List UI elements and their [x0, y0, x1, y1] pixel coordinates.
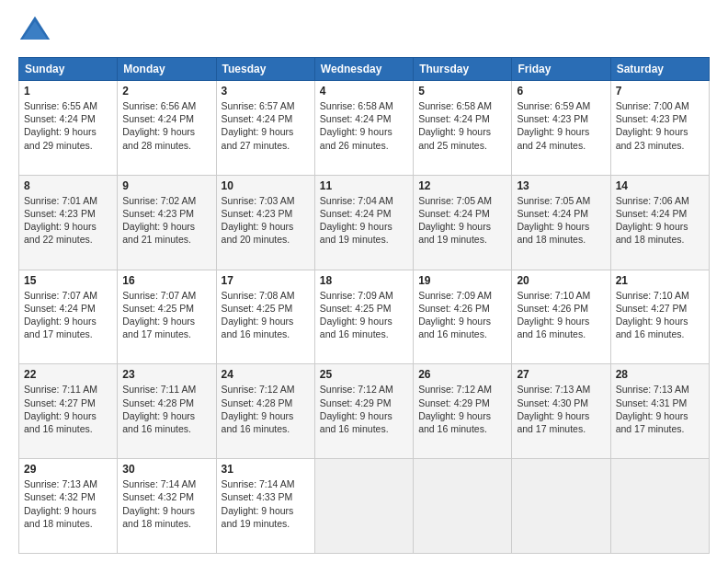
day-number: 3 [222, 85, 310, 98]
day-info: Sunrise: 6:59 AMSunset: 4:23 PMDaylight:… [517, 99, 605, 152]
calendar-week-row: 22 Sunrise: 7:11 AMSunset: 4:27 PMDaylig… [19, 364, 710, 459]
day-number: 4 [320, 85, 408, 98]
day-info: Sunrise: 7:08 AMSunset: 4:25 PMDaylight:… [222, 289, 310, 341]
day-info: Sunrise: 7:13 AMSunset: 4:32 PMDaylight:… [24, 477, 112, 530]
day-info: Sunrise: 6:58 AMSunset: 4:24 PMDaylight:… [418, 99, 506, 152]
day-info: Sunrise: 7:10 AMSunset: 4:27 PMDaylight:… [616, 289, 704, 341]
logo-icon [18, 15, 51, 48]
calendar-day-cell: 28 Sunrise: 7:13 AMSunset: 4:31 PMDaylig… [610, 364, 709, 459]
calendar-day-header: Monday [118, 58, 216, 81]
day-info: Sunrise: 7:04 AMSunset: 4:24 PMDaylight:… [320, 194, 408, 247]
day-number: 20 [517, 274, 605, 287]
day-info: Sunrise: 7:02 AMSunset: 4:23 PMDaylight:… [122, 194, 210, 247]
day-info: Sunrise: 7:12 AMSunset: 4:29 PMDaylight:… [320, 383, 408, 435]
day-number: 25 [320, 368, 408, 381]
calendar-day-cell: 16 Sunrise: 7:07 AMSunset: 4:25 PMDaylig… [118, 270, 216, 364]
day-number: 27 [517, 368, 605, 381]
day-info: Sunrise: 7:05 AMSunset: 4:24 PMDaylight:… [418, 194, 506, 247]
calendar-day-cell [314, 459, 413, 554]
calendar-day-cell: 11 Sunrise: 7:04 AMSunset: 4:24 PMDaylig… [314, 175, 413, 270]
day-info: Sunrise: 7:13 AMSunset: 4:30 PMDaylight:… [517, 383, 605, 435]
calendar-day-cell: 29 Sunrise: 7:13 AMSunset: 4:32 PMDaylig… [19, 459, 118, 554]
calendar-day-cell: 14 Sunrise: 7:06 AMSunset: 4:24 PMDaylig… [610, 175, 709, 270]
day-info: Sunrise: 7:12 AMSunset: 4:28 PMDaylight:… [222, 383, 310, 435]
day-info: Sunrise: 7:10 AMSunset: 4:26 PMDaylight:… [517, 289, 605, 341]
day-info: Sunrise: 7:06 AMSunset: 4:24 PMDaylight:… [616, 194, 704, 247]
calendar-week-row: 8 Sunrise: 7:01 AMSunset: 4:23 PMDayligh… [19, 175, 710, 270]
calendar-day-cell: 5 Sunrise: 6:58 AMSunset: 4:24 PMDayligh… [414, 81, 512, 176]
page: SundayMondayTuesdayWednesdayThursdayFrid… [0, 0, 728, 563]
calendar-day-cell: 9 Sunrise: 7:02 AMSunset: 4:23 PMDayligh… [118, 175, 216, 270]
calendar-day-cell: 25 Sunrise: 7:12 AMSunset: 4:29 PMDaylig… [314, 364, 413, 459]
calendar-day-cell: 2 Sunrise: 6:56 AMSunset: 4:24 PMDayligh… [118, 81, 216, 176]
day-number: 28 [616, 368, 704, 381]
day-number: 11 [320, 179, 408, 192]
day-info: Sunrise: 7:13 AMSunset: 4:31 PMDaylight:… [616, 383, 704, 435]
day-number: 13 [517, 179, 605, 192]
calendar-day-cell: 26 Sunrise: 7:12 AMSunset: 4:29 PMDaylig… [414, 364, 512, 459]
calendar-day-cell: 18 Sunrise: 7:09 AMSunset: 4:25 PMDaylig… [314, 270, 413, 364]
calendar-day-cell: 22 Sunrise: 7:11 AMSunset: 4:27 PMDaylig… [19, 364, 118, 459]
day-number: 16 [122, 274, 210, 287]
day-number: 22 [24, 368, 112, 381]
calendar-day-cell: 19 Sunrise: 7:09 AMSunset: 4:26 PMDaylig… [414, 270, 512, 364]
day-info: Sunrise: 6:55 AMSunset: 4:24 PMDaylight:… [24, 99, 112, 152]
calendar-day-cell [512, 459, 610, 554]
day-info: Sunrise: 7:09 AMSunset: 4:26 PMDaylight:… [418, 289, 506, 341]
day-number: 10 [222, 179, 310, 192]
calendar-week-row: 1 Sunrise: 6:55 AMSunset: 4:24 PMDayligh… [19, 81, 710, 176]
day-info: Sunrise: 7:03 AMSunset: 4:23 PMDaylight:… [222, 194, 310, 247]
day-number: 7 [616, 85, 704, 98]
calendar-day-cell: 21 Sunrise: 7:10 AMSunset: 4:27 PMDaylig… [610, 270, 709, 364]
day-info: Sunrise: 6:58 AMSunset: 4:24 PMDaylight:… [320, 99, 408, 152]
day-info: Sunrise: 7:00 AMSunset: 4:23 PMDaylight:… [616, 99, 704, 152]
calendar-header-row: SundayMondayTuesdayWednesdayThursdayFrid… [19, 58, 710, 81]
day-number: 12 [418, 179, 506, 192]
calendar-day-cell [610, 459, 709, 554]
day-number: 18 [320, 274, 408, 287]
day-number: 6 [517, 85, 605, 98]
calendar-day-cell: 15 Sunrise: 7:07 AMSunset: 4:24 PMDaylig… [19, 270, 118, 364]
day-number: 17 [222, 274, 310, 287]
calendar-day-cell: 8 Sunrise: 7:01 AMSunset: 4:23 PMDayligh… [19, 175, 118, 270]
day-number: 30 [122, 463, 210, 476]
calendar-day-cell: 4 Sunrise: 6:58 AMSunset: 4:24 PMDayligh… [314, 81, 413, 176]
calendar-day-cell: 27 Sunrise: 7:13 AMSunset: 4:30 PMDaylig… [512, 364, 610, 459]
day-info: Sunrise: 7:12 AMSunset: 4:29 PMDaylight:… [418, 383, 506, 435]
day-number: 2 [122, 85, 210, 98]
calendar-body: 1 Sunrise: 6:55 AMSunset: 4:24 PMDayligh… [19, 81, 710, 554]
day-number: 9 [122, 179, 210, 192]
calendar-table: SundayMondayTuesdayWednesdayThursdayFrid… [18, 57, 710, 554]
calendar-day-cell: 30 Sunrise: 7:14 AMSunset: 4:32 PMDaylig… [118, 459, 216, 554]
day-number: 31 [222, 463, 310, 476]
calendar-day-header: Friday [512, 58, 610, 81]
day-number: 29 [24, 463, 112, 476]
calendar-day-cell: 23 Sunrise: 7:11 AMSunset: 4:28 PMDaylig… [118, 364, 216, 459]
logo [18, 15, 55, 48]
day-info: Sunrise: 7:11 AMSunset: 4:28 PMDaylight:… [122, 383, 210, 435]
day-info: Sunrise: 6:56 AMSunset: 4:24 PMDaylight:… [122, 99, 210, 152]
calendar-week-row: 29 Sunrise: 7:13 AMSunset: 4:32 PMDaylig… [19, 459, 710, 554]
day-number: 19 [418, 274, 506, 287]
calendar-day-cell: 24 Sunrise: 7:12 AMSunset: 4:28 PMDaylig… [216, 364, 314, 459]
day-number: 14 [616, 179, 704, 192]
calendar-day-cell: 12 Sunrise: 7:05 AMSunset: 4:24 PMDaylig… [414, 175, 512, 270]
calendar-day-cell [414, 459, 512, 554]
calendar-day-header: Tuesday [216, 58, 314, 81]
calendar-day-cell: 17 Sunrise: 7:08 AMSunset: 4:25 PMDaylig… [216, 270, 314, 364]
calendar-day-cell: 1 Sunrise: 6:55 AMSunset: 4:24 PMDayligh… [19, 81, 118, 176]
day-number: 21 [616, 274, 704, 287]
calendar-day-cell: 10 Sunrise: 7:03 AMSunset: 4:23 PMDaylig… [216, 175, 314, 270]
day-info: Sunrise: 7:01 AMSunset: 4:23 PMDaylight:… [24, 194, 112, 247]
day-info: Sunrise: 7:11 AMSunset: 4:27 PMDaylight:… [24, 383, 112, 435]
day-number: 1 [24, 85, 112, 98]
day-number: 23 [122, 368, 210, 381]
calendar-day-cell: 6 Sunrise: 6:59 AMSunset: 4:23 PMDayligh… [512, 81, 610, 176]
calendar-week-row: 15 Sunrise: 7:07 AMSunset: 4:24 PMDaylig… [19, 270, 710, 364]
day-info: Sunrise: 7:07 AMSunset: 4:24 PMDaylight:… [24, 289, 112, 341]
day-info: Sunrise: 7:14 AMSunset: 4:32 PMDaylight:… [122, 477, 210, 530]
calendar-day-cell: 3 Sunrise: 6:57 AMSunset: 4:24 PMDayligh… [216, 81, 314, 176]
day-info: Sunrise: 7:05 AMSunset: 4:24 PMDaylight:… [517, 194, 605, 247]
calendar-day-header: Wednesday [314, 58, 413, 81]
day-number: 26 [418, 368, 506, 381]
